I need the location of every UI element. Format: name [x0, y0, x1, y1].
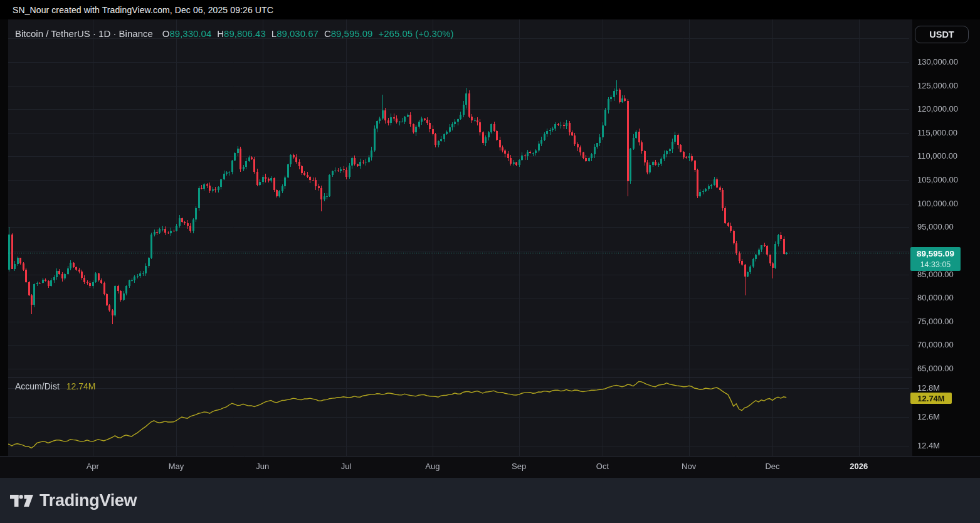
price-tick-label: 125,000.00 — [917, 81, 958, 90]
indicator-value: 12.74M — [66, 381, 96, 391]
indicator-legend: Accum/Dist 12.74M — [15, 381, 96, 391]
time-scale[interactable]: AprMayJunJulAugSepOctNovDec2026 — [0, 456, 980, 478]
price-tick-label: 65,000.00 — [917, 364, 954, 373]
time-tick-label: Jul — [324, 462, 368, 471]
bar-close-countdown: 14:33:05 — [920, 260, 951, 270]
ohlc-high: H89,806.43 — [217, 28, 266, 39]
ohlc-open: O89,330.04 — [162, 28, 211, 39]
price-scale[interactable]: 130,000.00125,000.00120,000.00115,000.00… — [912, 19, 980, 456]
price-tick-label: 115,000.00 — [917, 128, 957, 137]
tradingview-logo[interactable]: TradingView — [10, 491, 137, 510]
price-tick-label: 70,000.00 — [917, 340, 954, 349]
time-tick-label: Aug — [411, 462, 455, 471]
indicator-tick-label: 12.4M — [917, 441, 940, 450]
indicator-value-badge: 12.74M — [910, 393, 952, 404]
last-price-badge: 89,595.09 14:33:05 — [910, 247, 961, 271]
price-tick-label: 100,000.00 — [917, 199, 958, 208]
ohlc-close: C89,595.09 — [324, 28, 373, 39]
footer-bar: TradingView — [0, 478, 980, 523]
price-tick-label: 105,000.00 — [917, 175, 958, 184]
time-tick-label: Apr — [71, 462, 115, 471]
tradingview-logo-icon — [10, 495, 33, 507]
time-tick-label: Jun — [241, 462, 285, 471]
last-price-value: 89,595.09 — [917, 248, 954, 260]
ohlc-change: +265.05 (+0.30%) — [378, 28, 453, 39]
symbol-title: Bitcoin / TetherUS · 1D · Binance — [15, 28, 153, 39]
symbol-legend: Bitcoin / TetherUS · 1D · Binance O89,33… — [15, 28, 454, 39]
time-tick-label: May — [154, 462, 198, 471]
time-tick-label: Dec — [751, 462, 794, 471]
price-tick-label: 130,000.00 — [917, 57, 958, 66]
price-tick-label: 80,000.00 — [917, 293, 954, 302]
chart-canvas[interactable] — [0, 0, 980, 523]
indicator-tick-label: 12.6M — [917, 412, 940, 421]
tradingview-logo-text: TradingView — [40, 491, 137, 510]
price-tick-label: 120,000.00 — [917, 104, 958, 114]
price-tick-label: 110,000.00 — [917, 151, 957, 161]
time-tick-label: Oct — [581, 462, 624, 471]
price-tick-label: 95,000.00 — [917, 222, 954, 231]
ohlc-low: L89,030.67 — [271, 28, 319, 39]
time-tick-label: Sep — [497, 462, 541, 471]
indicator-tick-label: 12.8M — [917, 383, 940, 393]
price-tick-label: 75,000.00 — [917, 317, 954, 326]
indicator-name: Accum/Dist — [15, 381, 60, 391]
time-tick-label: 2026 — [837, 462, 881, 471]
time-tick-label: Nov — [667, 462, 711, 471]
